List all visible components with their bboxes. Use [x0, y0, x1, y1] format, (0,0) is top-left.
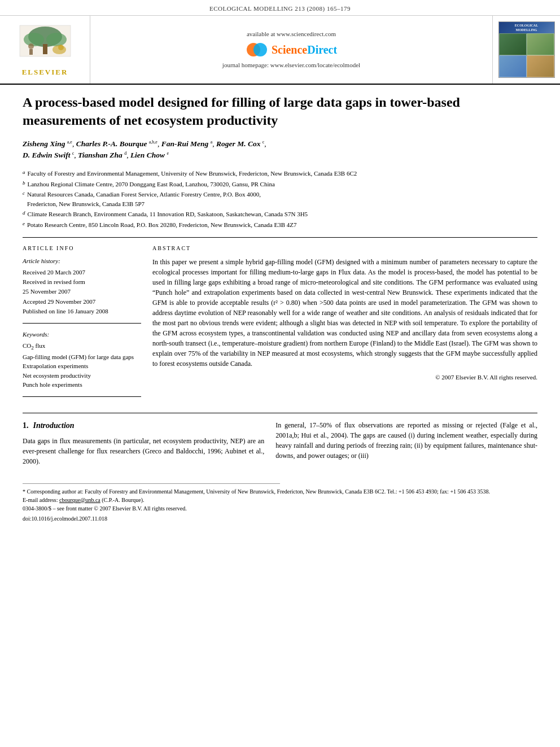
history-label: Article history:: [23, 257, 141, 265]
email-link[interactable]: cbourque@unb.ca: [59, 497, 100, 503]
affiliations-block: a Faculty of Forestry and Environmental …: [23, 169, 537, 229]
elsevier-logo-box: ELSEVIER: [0, 16, 90, 84]
footnotes-section: * Corresponding author at: Faculty of Fo…: [23, 483, 537, 523]
authors-line: Zisheng Xing a,e, Charles P.-A. Bourque …: [23, 138, 537, 161]
affiliation-b: b Lanzhou Regional Climate Centre, 2070 …: [23, 180, 537, 189]
keyword-nep: Net ecosystem productivity: [23, 371, 141, 381]
page-wrapper: ECOLOGICAL MODELLING 213 (2008) 165–179 …: [0, 0, 560, 747]
svg-point-2: [24, 33, 44, 46]
available-text: available at www.sciencedirect.com: [247, 30, 336, 38]
accepted-date: Accepted 29 November 2007: [23, 298, 141, 306]
elsevier-tree-icon: [17, 23, 73, 65]
header-logos-row: ELSEVIER available at www.sciencedirect.…: [0, 16, 560, 85]
published-date: Published on line 16 January 2008: [23, 307, 141, 316]
sciencedirect-icon: [246, 42, 268, 58]
intro-left-text: Data gaps in flux measurements (in parti…: [23, 436, 264, 466]
eco-panel-forest: [499, 33, 527, 55]
journal-header: ECOLOGICAL MODELLING 213 (2008) 165–179: [0, 0, 560, 16]
abstract-label: ABSTRACT: [152, 244, 537, 252]
received-date: Received 20 March 2007: [23, 268, 141, 277]
divider-after-affiliations: [23, 237, 537, 238]
svg-point-8: [58, 45, 64, 50]
author-chow: Lien Chow: [130, 151, 165, 159]
abstract-col: ABSTRACT In this paper we present a simp…: [152, 244, 537, 404]
affiliation-e: e Potato Research Centre, 850 Lincoln Ro…: [23, 220, 537, 230]
eco-panel-field: [527, 33, 554, 55]
svg-point-5: [28, 43, 34, 49]
svg-point-10: [253, 43, 267, 56]
center-header-box: available at www.sciencedirect.com Scien…: [90, 16, 492, 84]
keyword-co2: CO2 flux: [23, 341, 141, 352]
author-meng: Fan-Rui Meng: [161, 139, 209, 148]
article-title: A process-based model designed for filli…: [23, 94, 537, 129]
intro-left-col: 1. Introduction Data gaps in flux measur…: [23, 420, 264, 466]
intro-right-col: In general, 17–50% of flux observations …: [275, 420, 537, 466]
keyword-gfm: Gap-filling model (GFM) for large data g…: [23, 352, 141, 362]
article-info-col: ARTICLE INFO Article history: Received 2…: [23, 244, 141, 404]
svg-rect-6: [29, 49, 33, 55]
keywords-section: Keywords: CO2 flux Gap-filling model (GF…: [23, 330, 141, 390]
author-swift: D. Edwin Swift: [23, 151, 70, 159]
main-content: A process-based model designed for filli…: [0, 85, 560, 522]
revised-label: Received in revised form: [23, 278, 141, 286]
copyright-line: © 2007 Elsevier B.V. All rights reserved…: [152, 373, 537, 382]
revised-date: 25 November 2007: [23, 287, 141, 296]
keyword-punch: Punch hole experiments: [23, 380, 141, 390]
eco-logo-image-area: [499, 33, 554, 78]
author-cox: Roger M. Cox: [216, 139, 260, 148]
eco-panel-desert: [527, 55, 554, 77]
affiliation-a: a Faculty of Forestry and Environmental …: [23, 169, 537, 178]
article-info-label: ARTICLE INFO: [23, 244, 141, 252]
divider-keywords-bottom: [23, 396, 141, 397]
intro-right-text: In general, 17–50% of flux observations …: [275, 420, 537, 461]
divider-history-keywords: [23, 323, 141, 324]
affiliation-d: d Climate Research Branch, Environment C…: [23, 209, 537, 219]
affiliation-c: c Natural Resources Canada, Canadian For…: [23, 190, 537, 208]
author-xing: Zisheng Xing: [23, 139, 65, 148]
doi-line: doi:10.1016/j.ecolmodel.2007.11.018: [23, 514, 537, 523]
introduction-two-col: 1. Introduction Data gaps in flux measur…: [23, 420, 537, 466]
abstract-text: In this paper we present a simple hybrid…: [152, 257, 537, 369]
journal-homepage-text: journal homepage: www.elsevier.com/locat…: [222, 61, 360, 69]
author-bourque: Charles P.-A. Bourque: [76, 139, 147, 148]
footnote-divider: [23, 483, 280, 484]
introduction-section: 1. Introduction Data gaps in flux measur…: [23, 413, 537, 466]
eco-logo-title: ECOLOGICALMODELLING: [499, 22, 554, 33]
keyword-extrapolation: Extrapolation experiments: [23, 361, 141, 371]
svg-point-3: [46, 33, 67, 46]
intro-section-title: Introduction: [33, 420, 75, 431]
article-info-abstract-row: ARTICLE INFO Article history: Received 2…: [23, 244, 537, 404]
divider-before-intro: [23, 413, 537, 413]
keywords-label: Keywords:: [23, 330, 141, 339]
corresponding-author-note: * Corresponding author at: Faculty of Fo…: [23, 487, 537, 496]
author-zha: Tianshan Zha: [78, 151, 123, 159]
intro-section-header: 1. Introduction: [23, 420, 264, 431]
eco-modelling-journal-cover: ECOLOGICALMODELLING: [498, 21, 555, 78]
issn-note: 0304-3800/$ – see front matter © 2007 El…: [23, 504, 537, 513]
intro-section-number: 1.: [23, 420, 29, 431]
eco-panel-water: [499, 55, 527, 77]
eco-modelling-logo-box: ECOLOGICALMODELLING: [492, 16, 560, 84]
elsevier-label: ELSEVIER: [22, 67, 68, 77]
sciencedirect-logo: ScienceDirect: [246, 42, 337, 58]
svg-rect-4: [43, 44, 47, 54]
journal-citation: ECOLOGICAL MODELLING 213 (2008) 165–179: [209, 5, 351, 12]
email-note: E-mail address: cbourque@unb.ca (C.P.-A.…: [23, 496, 537, 504]
